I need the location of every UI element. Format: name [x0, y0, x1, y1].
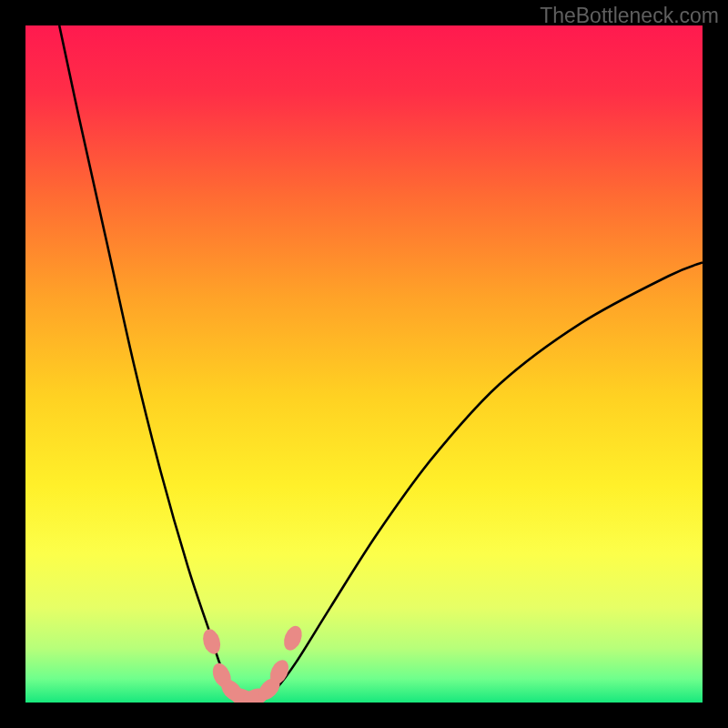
gradient-background — [25, 25, 703, 703]
watermark-text: TheBottleneck.com — [540, 4, 719, 28]
chart-frame: TheBottleneck.com — [0, 0, 728, 728]
plot-area — [25, 25, 703, 703]
bottleneck-chart — [25, 25, 703, 703]
